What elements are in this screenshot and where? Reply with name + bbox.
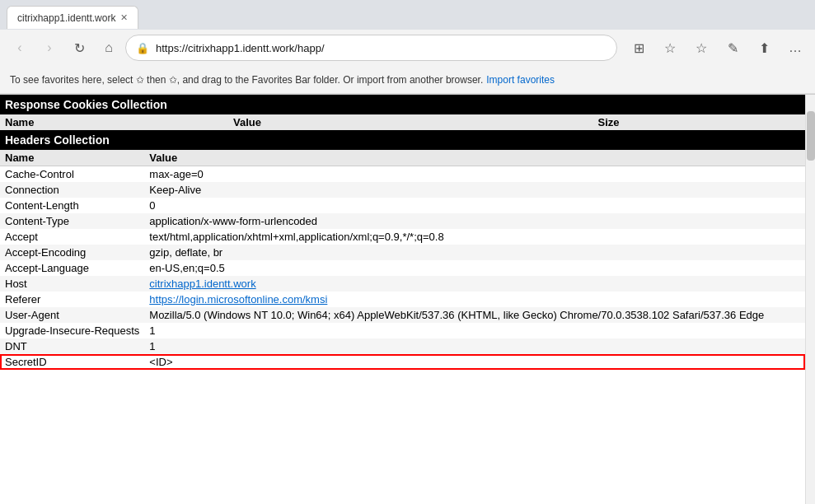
page-content: Response Cookies Collection Name Value S…: [0, 95, 805, 504]
table-row: Content-Typeapplication/x-www-form-urlen…: [0, 213, 805, 229]
import-favorites-link[interactable]: Import favorites: [486, 74, 555, 86]
cookies-section-header: Response Cookies Collection: [0, 95, 805, 114]
web-capture-button[interactable]: ✎: [719, 35, 746, 61]
header-name-cell: SecretID: [0, 354, 144, 370]
header-value-cell: Keep-Alive: [144, 182, 805, 198]
header-value-cell: citrixhapp1.identt.work: [144, 276, 805, 292]
header-name-cell: DNT: [0, 338, 144, 354]
cookies-value-header: Value: [82, 114, 412, 130]
tab-close-button[interactable]: ✕: [120, 12, 128, 23]
nav-icons: ⊞ ☆ ☆ ✎ ⬆ …: [625, 35, 808, 61]
table-row: Cache-Controlmax-age=0: [0, 166, 805, 183]
url-text: https://citrixhapp1.identt.work/happ/: [156, 42, 607, 54]
header-name-cell: User-Agent: [0, 307, 144, 323]
favorites-button[interactable]: ☆: [657, 35, 683, 61]
back-button[interactable]: ‹: [7, 35, 33, 61]
refresh-button[interactable]: ↻: [66, 35, 92, 61]
header-value-cell: gzip, deflate, br: [144, 245, 805, 260]
header-value-cell: application/x-www-form-urlencoded: [144, 213, 805, 229]
table-row: Refererhttps://login.microsoftonline.com…: [0, 292, 805, 307]
table-row: Content-Length0: [0, 198, 805, 213]
share-button[interactable]: ⬆: [751, 35, 777, 61]
header-value-cell: Mozilla/5.0 (Windows NT 10.0; Win64; x64…: [144, 307, 805, 323]
table-row: Accept-Languageen-US,en;q=0.5: [0, 260, 805, 276]
cookies-table: Response Cookies Collection Name Value S…: [0, 95, 805, 130]
nav-bar: ‹ › ↻ ⌂ 🔒 https://citrixhapp1.identt.wor…: [0, 30, 815, 66]
table-row: ConnectionKeep-Alive: [0, 182, 805, 198]
cookies-name-header: Name: [0, 114, 82, 130]
tab-bar: citrixhapp1.identt.work ✕: [0, 0, 815, 30]
scrollbar-track[interactable]: [805, 95, 815, 504]
lock-icon: 🔒: [136, 42, 149, 54]
secret-id-row: SecretID<ID>: [0, 354, 805, 370]
table-row: Accept-Encodinggzip, deflate, br: [0, 245, 805, 260]
content-wrapper: Response Cookies Collection Name Value S…: [0, 95, 815, 504]
headers-value-header: Value: [144, 150, 805, 166]
header-name-cell: Content-Type: [0, 213, 144, 229]
collections-button[interactable]: ☆: [688, 35, 714, 61]
table-row: DNT1: [0, 338, 805, 354]
header-value-cell: text/html,application/xhtml+xml,applicat…: [144, 229, 805, 245]
headers-table: Headers Collection Name Value Cache-Cont…: [0, 130, 805, 370]
header-value-cell: <ID>: [144, 354, 805, 370]
header-name-cell: Accept-Language: [0, 260, 144, 276]
table-row: User-AgentMozilla/5.0 (Windows NT 10.0; …: [0, 307, 805, 323]
header-value-cell: max-age=0: [144, 166, 805, 183]
header-name-cell: Accept-Encoding: [0, 245, 144, 260]
header-value-cell: 1: [144, 323, 805, 338]
favorites-bar: To see favorites here, select ✩ then ✩, …: [0, 66, 815, 94]
cookies-column-headers: Name Value Size: [0, 114, 805, 130]
header-value-cell: 1: [144, 338, 805, 354]
favorites-text: To see favorites here, select ✩ then ✩, …: [10, 74, 483, 86]
header-name-cell: Connection: [0, 182, 144, 198]
header-name-cell: Upgrade-Insecure-Requests: [0, 323, 144, 338]
header-value-cell: https://login.microsoftonline.com/kmsi: [144, 292, 805, 307]
headers-section-header: Headers Collection: [0, 130, 805, 150]
header-name-cell: Cache-Control: [0, 166, 144, 183]
header-name-cell: Host: [0, 276, 144, 292]
header-name-cell: Content-Length: [0, 198, 144, 213]
table-row: Upgrade-Insecure-Requests1: [0, 323, 805, 338]
tab-title: citrixhapp1.identt.work: [17, 12, 115, 24]
header-value-link[interactable]: https://login.microsoftonline.com/kmsi: [149, 293, 327, 306]
header-value-link[interactable]: citrixhapp1.identt.work: [149, 278, 255, 290]
header-name-cell: Accept: [0, 229, 144, 245]
header-value-cell: 0: [144, 198, 805, 213]
cookies-size-header: Size: [412, 114, 805, 130]
browser-tab[interactable]: citrixhapp1.identt.work ✕: [7, 6, 138, 29]
table-row: Hostcitrixhapp1.identt.work: [0, 276, 805, 292]
forward-button[interactable]: ›: [36, 35, 63, 61]
home-button[interactable]: ⌂: [96, 35, 122, 61]
headers-column-headers: Name Value: [0, 150, 805, 166]
address-bar[interactable]: 🔒 https://citrixhapp1.identt.work/happ/: [125, 35, 617, 61]
scrollbar-thumb[interactable]: [807, 111, 815, 161]
headers-name-header: Name: [0, 150, 144, 166]
settings-button[interactable]: …: [782, 35, 808, 61]
header-value-cell: en-US,en;q=0.5: [144, 260, 805, 276]
reading-view-button[interactable]: ⊞: [625, 35, 652, 61]
table-row: Accepttext/html,application/xhtml+xml,ap…: [0, 229, 805, 245]
header-name-cell: Referer: [0, 292, 144, 307]
browser-chrome: citrixhapp1.identt.work ✕ ‹ › ↻ ⌂ 🔒 http…: [0, 0, 815, 95]
